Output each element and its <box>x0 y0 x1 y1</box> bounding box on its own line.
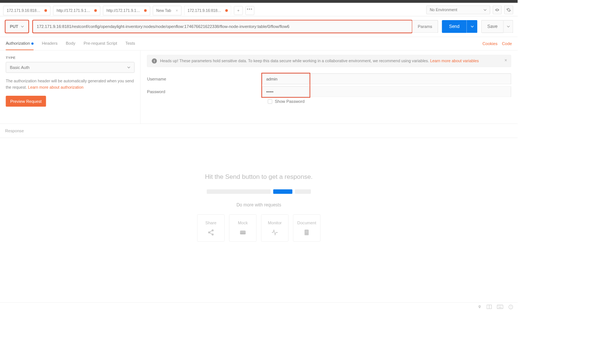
help-icon[interactable]: ? <box>508 304 513 310</box>
do-more-text: Do more with requests <box>236 202 281 207</box>
status-bar: ? <box>0 303 518 312</box>
method-select[interactable]: PUT <box>5 20 29 33</box>
eye-icon <box>495 8 500 12</box>
show-password-checkbox[interactable] <box>268 99 272 104</box>
document-tile[interactable]: Document <box>293 214 321 242</box>
tab-headers[interactable]: Headers <box>42 37 57 50</box>
keyboard-icon[interactable] <box>497 305 503 310</box>
send-button[interactable]: Send <box>442 20 467 33</box>
svg-rect-15 <box>498 307 502 308</box>
code-link[interactable]: Code <box>502 41 512 46</box>
response-header: Response <box>0 124 518 138</box>
send-dropdown[interactable] <box>466 20 477 33</box>
chevron-down-icon <box>507 25 510 28</box>
tab-prerequest[interactable]: Pre-request Script <box>84 37 117 50</box>
password-label: Password <box>147 89 262 94</box>
indicator-dot-icon <box>31 42 34 45</box>
svg-point-2 <box>212 234 214 235</box>
request-tab[interactable]: http://172.171.9.14:81 <box>103 6 150 15</box>
preview-request-button[interactable]: Preview Request <box>6 96 46 107</box>
svg-text:?: ? <box>510 306 512 308</box>
request-tab[interactable]: 172.171.9.16:8181/res <box>3 6 51 15</box>
svg-point-1 <box>212 230 214 231</box>
monitor-tile[interactable]: Monitor <box>261 214 289 242</box>
dirty-dot-icon <box>225 9 228 12</box>
mock-tile[interactable]: Mock <box>229 214 257 242</box>
two-pane-icon[interactable] <box>487 305 492 310</box>
banner-close-button[interactable]: × <box>504 58 507 63</box>
dirty-dot-icon <box>144 9 147 12</box>
placeholder-bar-accent <box>273 189 292 194</box>
environment-quicklook-button[interactable] <box>493 6 501 15</box>
svg-point-0 <box>208 231 210 233</box>
info-icon: ! <box>152 58 157 64</box>
password-input-ext[interactable] <box>309 86 511 97</box>
learn-more-auth-link[interactable]: Learn more about authorization <box>28 85 84 90</box>
svg-rect-13 <box>500 306 500 306</box>
auth-sidebar: TYPE Basic Auth The authorization header… <box>0 50 141 123</box>
url-input[interactable]: 172.171.9.16:8181/restconf/config/openda… <box>32 20 412 33</box>
password-input[interactable] <box>262 86 309 97</box>
new-tab-button[interactable]: + <box>234 6 243 15</box>
dirty-dot-icon <box>94 9 97 12</box>
svg-rect-6 <box>306 231 308 231</box>
sensitive-data-banner: ! Heads up! These parameters hold sensit… <box>147 55 511 67</box>
request-tab-active[interactable]: 172.171.9.16:8181/res <box>184 6 232 15</box>
activity-icon <box>271 229 279 236</box>
close-icon[interactable]: × <box>176 8 178 13</box>
tabs-bar: 172.171.9.16:8181/res http://172.171.9.1… <box>0 3 518 16</box>
server-icon <box>239 229 246 236</box>
svg-rect-11 <box>498 306 498 306</box>
chevron-down-icon <box>127 66 130 69</box>
learn-more-variables-link[interactable]: Learn more about variables <box>430 59 479 63</box>
tab-overflow-button[interactable]: ••• <box>245 6 254 15</box>
placeholder-bar <box>295 189 311 194</box>
auth-type-select[interactable]: Basic Auth <box>6 62 134 73</box>
type-label: TYPE <box>6 56 134 59</box>
svg-rect-10 <box>497 305 503 309</box>
share-tile[interactable]: Share <box>197 214 225 242</box>
svg-rect-12 <box>499 306 499 306</box>
dirty-dot-icon <box>44 9 47 12</box>
username-input-ext[interactable] <box>309 73 511 84</box>
document-icon <box>303 229 310 236</box>
auth-help-text: The authorization header will be automat… <box>6 78 134 91</box>
response-body: Hit the Send button to get a response. D… <box>0 138 518 317</box>
save-button[interactable]: Save <box>481 20 504 33</box>
response-empty-text: Hit the Send button to get a response. <box>205 173 313 180</box>
chevron-down-icon <box>471 25 474 28</box>
params-button[interactable]: Params <box>412 20 438 33</box>
svg-rect-7 <box>306 232 308 232</box>
username-label: Username <box>147 76 262 81</box>
gear-icon <box>506 7 511 13</box>
tab-tests[interactable]: Tests <box>125 37 135 50</box>
svg-rect-14 <box>501 306 501 306</box>
cookies-link[interactable]: Cookies <box>482 41 497 46</box>
environment-select[interactable]: No Environment <box>426 6 490 15</box>
svg-rect-4 <box>240 233 245 234</box>
placeholder-bar <box>207 189 270 194</box>
settings-button[interactable] <box>504 6 513 15</box>
chevron-down-icon <box>21 25 24 28</box>
request-sections: Authorization Headers Body Pre-request S… <box>0 37 518 50</box>
tab-body[interactable]: Body <box>66 37 75 50</box>
tab-authorization[interactable]: Authorization <box>6 37 33 50</box>
chevron-down-icon <box>484 8 487 12</box>
share-icon <box>207 229 214 236</box>
save-dropdown[interactable] <box>504 20 513 33</box>
request-tab[interactable]: http://172.171.9.16:81 <box>53 6 100 15</box>
request-tab[interactable]: New Tab× <box>153 6 182 15</box>
show-password-label: Show Password <box>275 99 305 104</box>
request-builder: PUT 172.171.9.16:8181/restconf/config/op… <box>0 16 518 37</box>
location-icon[interactable] <box>478 304 481 310</box>
username-input[interactable] <box>262 73 309 84</box>
